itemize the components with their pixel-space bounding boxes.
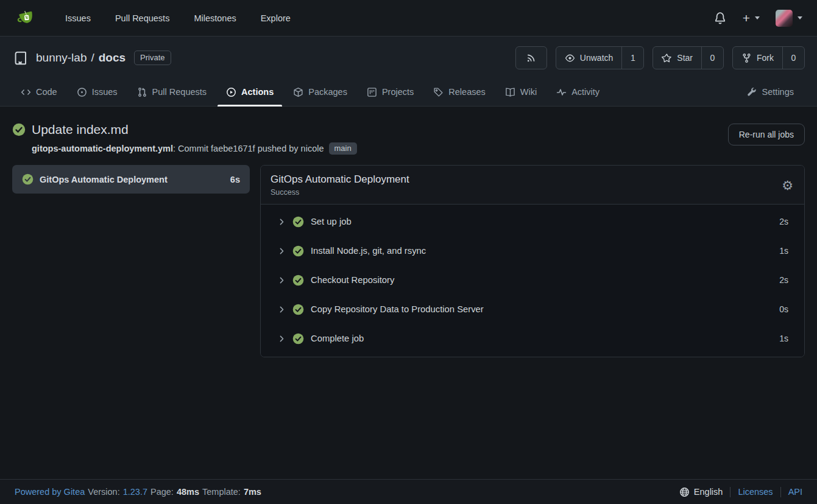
star-button[interactable]: Star xyxy=(653,47,701,69)
fork-label: Fork xyxy=(757,53,774,63)
eye-icon xyxy=(565,53,575,63)
user-menu[interactable] xyxy=(776,10,802,27)
version-label: Version: xyxy=(88,487,119,497)
job-steps-list: Set up job 2s Install Node.js, git, and … xyxy=(261,205,804,357)
fork-count[interactable]: 0 xyxy=(782,47,804,69)
fork-button[interactable]: Fork xyxy=(733,47,782,69)
language-label: English xyxy=(694,487,723,497)
play-circle-icon xyxy=(226,87,236,97)
tab-label: Actions xyxy=(241,87,274,97)
chevron-right-icon xyxy=(278,306,286,313)
step-duration: 0s xyxy=(779,304,788,314)
branch-badge[interactable]: main xyxy=(329,142,357,155)
footer-right: English Licenses API xyxy=(679,487,802,497)
tab-activity[interactable]: Activity xyxy=(548,78,608,106)
plus-icon: + xyxy=(743,12,750,24)
globe-icon xyxy=(679,487,690,497)
api-link[interactable]: API xyxy=(788,487,802,497)
step-name: Set up job xyxy=(311,217,773,226)
nav-explore[interactable]: Explore xyxy=(251,7,300,29)
tab-issues[interactable]: Issues xyxy=(68,78,126,106)
rss-icon xyxy=(526,53,536,63)
step-row-set-up-job[interactable]: Set up job 2s xyxy=(261,207,804,236)
footer-divider xyxy=(780,487,781,497)
tab-label: Issues xyxy=(92,87,118,97)
tag-icon xyxy=(433,87,444,97)
tab-actions[interactable]: Actions xyxy=(218,78,282,106)
step-duration: 1s xyxy=(779,246,788,256)
version-link[interactable]: 1.23.7 xyxy=(123,487,147,497)
tab-label: Packages xyxy=(308,87,347,97)
job-panel-titles: GitOps Automatic Deployment Success xyxy=(271,173,409,197)
step-row-complete-job[interactable]: Complete job 1s xyxy=(261,324,804,353)
star-icon xyxy=(662,53,672,63)
licenses-link[interactable]: Licenses xyxy=(738,487,773,497)
tab-label: Wiki xyxy=(520,87,537,97)
step-name: Complete job xyxy=(311,334,773,343)
job-duration: 6s xyxy=(230,175,240,184)
create-new-button[interactable]: + xyxy=(743,12,760,24)
tab-label: Settings xyxy=(762,87,794,97)
rss-button[interactable] xyxy=(516,47,546,69)
bell-icon xyxy=(713,12,727,25)
nav-pull-requests[interactable]: Pull Requests xyxy=(105,7,179,29)
nav-right: + xyxy=(713,10,802,27)
step-duration: 2s xyxy=(779,217,788,226)
tools-icon xyxy=(747,87,757,97)
notifications-button[interactable] xyxy=(713,12,727,25)
job-status: Success xyxy=(271,188,409,197)
nav-milestones[interactable]: Milestones xyxy=(184,7,246,29)
footer-divider xyxy=(730,487,730,497)
success-check-icon xyxy=(292,245,304,257)
gitea-cup-icon xyxy=(15,7,37,29)
step-row-install-nodejs-git-rsync[interactable]: Install Node.js, git, and rsync 1s xyxy=(261,236,804,265)
job-item-gitops-automatic-deployment[interactable]: GitOps Automatic Deployment 6s xyxy=(12,165,250,194)
unwatch-button[interactable]: Unwatch xyxy=(556,47,621,69)
gitea-actions-page: Issues Pull Requests Milestones Explore … xyxy=(0,0,817,483)
code-icon xyxy=(21,87,31,97)
star-button-group: Star 0 xyxy=(653,46,724,69)
tab-wiki[interactable]: Wiki xyxy=(497,78,545,106)
private-badge: Private xyxy=(134,51,171,65)
repo-header: bunny-lab / docs Private xyxy=(0,37,817,107)
template-time-value: 7ms xyxy=(244,487,261,497)
main-nav: Issues Pull Requests Milestones Explore xyxy=(55,7,300,29)
tabs-spacer xyxy=(610,78,738,106)
repo-name-link[interactable]: docs xyxy=(99,51,126,65)
tab-code[interactable]: Code xyxy=(12,78,66,106)
rerun-all-jobs-button[interactable]: Re-run all jobs xyxy=(728,124,805,145)
workflow-file-link[interactable]: gitops-automatic-deployment.yml xyxy=(32,144,173,153)
star-count[interactable]: 0 xyxy=(701,47,723,69)
gitea-logo[interactable] xyxy=(15,7,37,29)
tab-packages[interactable]: Packages xyxy=(285,78,356,106)
nav-issues[interactable]: Issues xyxy=(55,7,101,29)
run-body: GitOps Automatic Deployment 6s GitOps Au… xyxy=(12,165,805,357)
watch-button-group: Unwatch 1 xyxy=(556,46,644,69)
job-name: GitOps Automatic Deployment xyxy=(40,175,224,184)
tab-settings[interactable]: Settings xyxy=(738,78,802,106)
step-row-checkout-repository[interactable]: Checkout Repository 2s xyxy=(261,265,804,295)
watch-count[interactable]: 1 xyxy=(621,47,643,69)
tab-label: Releases xyxy=(448,87,485,97)
tab-label: Pull Requests xyxy=(152,87,207,97)
gear-icon[interactable]: ⚙ xyxy=(782,179,793,192)
step-row-copy-repository-data[interactable]: Copy Repository Data to Production Serve… xyxy=(261,295,804,324)
success-check-icon xyxy=(292,304,304,315)
commit-text: : Commit faebe1671f pushed by nicole xyxy=(173,144,324,153)
language-selector[interactable]: English xyxy=(679,487,723,497)
jobs-sidebar: GitOps Automatic Deployment 6s xyxy=(12,165,250,194)
job-panel-title: GitOps Automatic Deployment xyxy=(271,173,409,186)
tab-projects[interactable]: Projects xyxy=(358,78,422,106)
repo-tabs: Code Issues Pull Requests Actions xyxy=(0,78,817,106)
tab-label: Projects xyxy=(382,87,414,97)
tab-pull-requests[interactable]: Pull Requests xyxy=(129,78,215,106)
issue-opened-icon xyxy=(77,87,87,97)
repo-book-icon xyxy=(13,51,29,66)
star-label: Star xyxy=(677,53,693,63)
page-time-value: 48ms xyxy=(177,487,199,497)
tab-releases[interactable]: Releases xyxy=(425,78,493,106)
powered-by-gitea-link[interactable]: Powered by Gitea xyxy=(15,487,85,497)
repo-owner-link[interactable]: bunny-lab xyxy=(36,51,87,65)
run-subtitle: gitops-automatic-deployment.yml : Commit… xyxy=(32,142,357,155)
success-check-icon xyxy=(292,216,304,228)
